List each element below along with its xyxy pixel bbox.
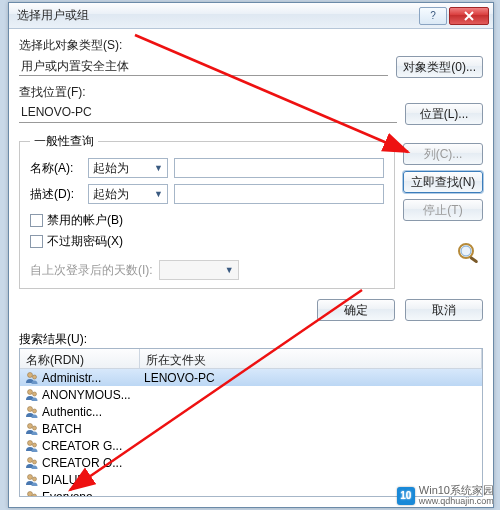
upper-block: 选择此对象类型(S): 用户或内置安全主体 对象类型(0)... 查找位置(F)… [19, 37, 483, 289]
row-name: ANONYMOUS... [42, 388, 140, 402]
svg-point-16 [33, 477, 37, 481]
row-name: Authentic... [42, 405, 140, 419]
window-buttons: ? [419, 7, 489, 25]
row-name: CREATOR O... [42, 456, 140, 470]
row-name: BATCH [42, 422, 140, 436]
general-query-group: 一般性查询 名称(A): 起始为 ▼ 描述(D): 起始为 ▼ [19, 133, 395, 289]
results-label: 搜索结果(U): [19, 331, 483, 348]
days-label: 自上次登录后的天数(I): [30, 262, 153, 279]
days-combo: ▼ [159, 260, 239, 280]
user-group-icon [24, 388, 40, 402]
disabled-accounts-row[interactable]: 禁用的帐户(B) [30, 212, 384, 229]
titlebar: 选择用户或组 ? [9, 3, 493, 29]
table-row[interactable]: CREATOR G... [20, 437, 482, 454]
desc-input[interactable] [174, 184, 384, 204]
checkbox-icon [30, 214, 43, 227]
general-query-legend: 一般性查询 [30, 133, 98, 150]
svg-point-17 [28, 491, 33, 496]
location-button[interactable]: 位置(L)... [405, 103, 483, 125]
dialog-window: 选择用户或组 ? 选择此对象类型(S): 用户或内置安全主体 对象类型(0)..… [8, 2, 494, 508]
user-group-icon [24, 473, 40, 487]
svg-point-14 [33, 460, 37, 464]
cancel-button[interactable]: 取消 [405, 299, 483, 321]
svg-point-6 [33, 392, 37, 396]
checkbox-icon [30, 235, 43, 248]
chevron-down-icon: ▼ [225, 265, 234, 275]
svg-point-13 [28, 457, 33, 462]
find-now-button[interactable]: 立即查找(N) [403, 171, 483, 193]
name-input[interactable] [174, 158, 384, 178]
table-row[interactable]: ANONYMOUS... [20, 386, 482, 403]
svg-point-18 [33, 494, 37, 497]
results-header: 名称(RDN) 所在文件夹 [20, 349, 482, 369]
user-group-icon [24, 405, 40, 419]
desc-combo[interactable]: 起始为 ▼ [88, 184, 168, 204]
desc-combo-value: 起始为 [93, 186, 129, 203]
table-row[interactable]: CREATOR O... [20, 454, 482, 471]
row-name: CREATOR G... [42, 439, 140, 453]
desc-label: 描述(D): [30, 186, 82, 203]
svg-point-5 [28, 389, 33, 394]
table-row[interactable]: Authentic... [20, 403, 482, 420]
object-type-button[interactable]: 对象类型(0)... [396, 56, 483, 78]
results-list: 名称(RDN) 所在文件夹 Administr...LENOVO-PCANONY… [19, 348, 483, 497]
name-combo-value: 起始为 [93, 160, 129, 177]
watermark: 10 Win10系统家园 www.qdhuajin.com [397, 485, 494, 506]
nonexpiring-pw-label: 不过期密码(X) [47, 233, 123, 250]
user-group-icon [24, 371, 40, 385]
right-button-column: 列(C)... 立即查找(N) 停止(T) [403, 143, 483, 268]
search-icon [455, 241, 483, 268]
row-name: Everyone [42, 490, 140, 497]
chevron-down-icon: ▼ [154, 163, 163, 173]
svg-point-9 [28, 423, 33, 428]
dialog-actions: 确定 取消 [19, 289, 483, 325]
table-row[interactable]: BATCH [20, 420, 482, 437]
svg-point-7 [28, 406, 33, 411]
location-label: 查找位置(F): [19, 84, 483, 101]
object-type-value: 用户或内置安全主体 [19, 58, 388, 76]
svg-rect-2 [469, 256, 478, 264]
close-button[interactable] [449, 7, 489, 25]
user-group-icon [24, 490, 40, 497]
disabled-accounts-label: 禁用的帐户(B) [47, 212, 123, 229]
row-name: Administr... [42, 371, 140, 385]
watermark-line1: Win10系统家园 [419, 485, 494, 497]
row-name: DIALUP [42, 473, 140, 487]
col-folder[interactable]: 所在文件夹 [140, 349, 482, 368]
help-button[interactable]: ? [419, 7, 447, 25]
user-group-icon [24, 456, 40, 470]
svg-point-3 [28, 372, 33, 377]
nonexpiring-pw-row[interactable]: 不过期密码(X) [30, 233, 384, 250]
user-group-icon [24, 422, 40, 436]
days-since-login-row: 自上次登录后的天数(I): ▼ [30, 260, 384, 280]
svg-point-11 [28, 440, 33, 445]
svg-point-10 [33, 426, 37, 430]
location-value: LENOVO-PC [19, 105, 397, 123]
watermark-badge: 10 [397, 487, 415, 505]
chevron-down-icon: ▼ [154, 189, 163, 199]
name-combo[interactable]: 起始为 ▼ [88, 158, 168, 178]
table-row[interactable]: Administr...LENOVO-PC [20, 369, 482, 386]
svg-point-12 [33, 443, 37, 447]
ok-button[interactable]: 确定 [317, 299, 395, 321]
results-body[interactable]: Administr...LENOVO-PCANONYMOUS...Authent… [20, 369, 482, 496]
name-label: 名称(A): [30, 160, 82, 177]
user-group-icon [24, 439, 40, 453]
svg-point-4 [33, 375, 37, 379]
svg-point-15 [28, 474, 33, 479]
object-type-label: 选择此对象类型(S): [19, 37, 483, 54]
columns-button: 列(C)... [403, 143, 483, 165]
svg-point-8 [33, 409, 37, 413]
col-name[interactable]: 名称(RDN) [20, 349, 140, 368]
client-area: 选择此对象类型(S): 用户或内置安全主体 对象类型(0)... 查找位置(F)… [9, 29, 493, 507]
window-title: 选择用户或组 [17, 7, 419, 24]
row-folder: LENOVO-PC [140, 371, 478, 385]
stop-button: 停止(T) [403, 199, 483, 221]
watermark-line2: www.qdhuajin.com [419, 497, 494, 506]
svg-point-1 [461, 246, 471, 256]
